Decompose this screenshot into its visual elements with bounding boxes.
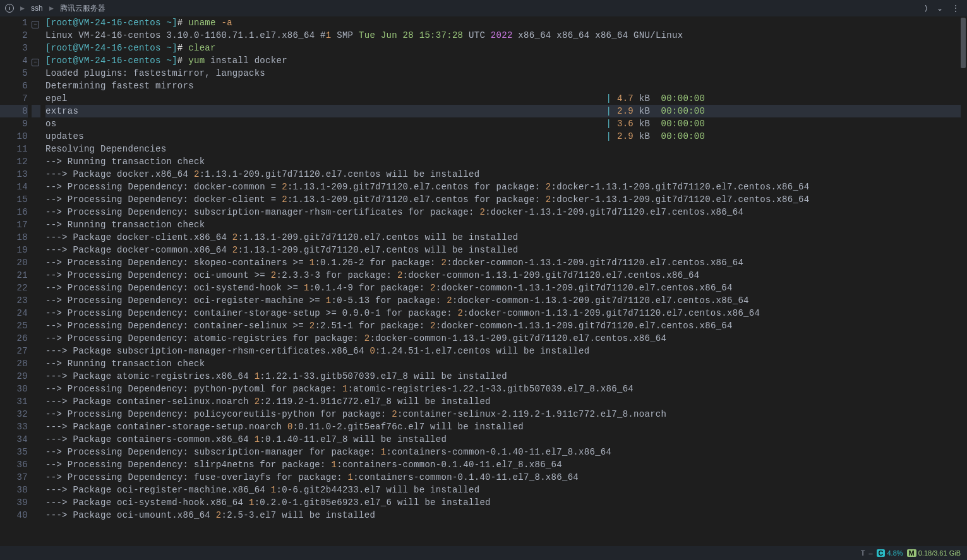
fold-cell (32, 307, 40, 319)
fold-cell (32, 218, 40, 231)
terminal-line: ---> Package docker-common.x86_64 2:1.13… (45, 244, 961, 256)
fold-cell (32, 357, 40, 370)
mem-badge-icon: M (907, 549, 916, 557)
fold-cell (32, 117, 40, 130)
minimap-handle[interactable] (961, 18, 966, 68)
line-number: 31 (0, 395, 28, 408)
fold-cell (32, 408, 40, 420)
terminal-line: ---> Package container-selinux.noarch 2:… (45, 395, 961, 408)
line-number-gutter: 1234567891011121314151617181920212223242… (0, 16, 32, 546)
kebab-menu-icon[interactable]: ⋮ (949, 3, 962, 14)
fold-cell (32, 269, 40, 282)
fold-cell (32, 193, 40, 206)
fold-cell (32, 181, 40, 193)
fold-marker-icon[interactable]: − (32, 21, 39, 28)
line-number: 26 (0, 332, 28, 345)
terminal-line: --> Running transaction check (45, 155, 961, 168)
terminal-line: ---> Package docker-client.x86_64 2:1.13… (45, 231, 961, 244)
terminal-line: --> Processing Dependency: subscription-… (45, 446, 961, 458)
line-number: 38 (0, 484, 28, 496)
terminal-line: Loaded plugins: fastestmirror, langpacks (45, 67, 961, 80)
fold-cell (32, 395, 40, 408)
line-number: 16 (0, 206, 28, 218)
fold-cell (32, 319, 40, 332)
fold-cell (32, 206, 40, 218)
line-number: 7 (0, 92, 28, 105)
fold-cell (32, 105, 40, 117)
line-number: 28 (0, 357, 28, 370)
line-number: 21 (0, 269, 28, 282)
terminal-line: updates | 2.9 kB 00:00:00 (45, 130, 961, 143)
line-number: 30 (0, 383, 28, 395)
terminal-line: --> Processing Dependency: python-pytoml… (45, 383, 961, 395)
line-number: 6 (0, 80, 28, 92)
line-number: 8 (0, 105, 28, 117)
terminal-line: Resolving Dependencies (45, 143, 961, 155)
top-bar: i ▶ ssh ▶ 腾讯云服务器 ⟩ ⌄ ⋮ (0, 0, 967, 16)
fold-cell (32, 143, 40, 155)
chevron-down-icon[interactable]: ⌄ (934, 3, 946, 14)
fold-cell (32, 383, 40, 395)
terminal-line: --> Processing Dependency: policycoreuti… (45, 408, 961, 420)
fold-cell (32, 370, 40, 383)
terminal-line: --> Processing Dependency: slirp4netns f… (45, 458, 961, 471)
fold-cell (32, 168, 40, 181)
terminal-line: ---> Package docker.x86_64 2:1.13.1-209.… (45, 168, 961, 181)
terminal-indicator[interactable]: T (861, 549, 865, 557)
terminal-line: os | 3.6 kB 00:00:00 (45, 117, 961, 130)
line-number: 19 (0, 244, 28, 256)
line-number: 1 (0, 16, 28, 29)
breadcrumb-ssh[interactable]: ssh (31, 4, 43, 13)
terminal-line: ---> Package oci-systemd-hook.x86_64 1:0… (45, 496, 961, 509)
fold-cell (32, 155, 40, 168)
minimap-scrollbar[interactable] (961, 16, 967, 546)
line-number: 34 (0, 433, 28, 446)
fold-cell (32, 509, 40, 521)
terminal-line: ---> Package subscription-manager-rhsm-c… (45, 345, 961, 357)
line-number: 36 (0, 458, 28, 471)
line-number: 3 (0, 42, 28, 54)
fold-cell (32, 458, 40, 471)
fold-cell (32, 231, 40, 244)
terminal-line: --> Processing Dependency: skopeo-contai… (45, 256, 961, 269)
status-separator: – (868, 549, 872, 557)
line-number: 24 (0, 307, 28, 319)
terminal-line: --> Processing Dependency: docker-client… (45, 193, 961, 206)
terminal-editor[interactable]: 1234567891011121314151617181920212223242… (0, 16, 967, 546)
dropdown-chevron-icon[interactable]: ⟩ (922, 3, 930, 14)
line-number: 39 (0, 496, 28, 509)
terminal-line: ---> Package containers-common.x86_64 1:… (45, 433, 961, 446)
terminal-line: epel | 4.7 kB 00:00:00 (45, 92, 961, 105)
line-number: 17 (0, 218, 28, 231)
terminal-content[interactable]: [root@VM-24-16-centos ~]# uname -aLinux … (40, 16, 961, 546)
line-number: 33 (0, 420, 28, 433)
terminal-line: --> Processing Dependency: oci-systemd-h… (45, 282, 961, 294)
terminal-line: ---> Package container-storage-setup.noa… (45, 420, 961, 433)
line-number: 2 (0, 29, 28, 42)
fold-marker-icon[interactable]: − (32, 59, 39, 66)
terminal-line: Linux VM-24-16-centos 3.10.0-1160.71.1.e… (45, 29, 961, 42)
fold-cell (32, 29, 40, 42)
memory-usage: M 0.18/3.61 GiB (907, 549, 961, 557)
fold-cell (32, 433, 40, 446)
line-number: 32 (0, 408, 28, 420)
breadcrumb-host[interactable]: 腾讯云服务器 (60, 3, 105, 14)
terminal-line: --> Processing Dependency: atomic-regist… (45, 332, 961, 345)
fold-cell (32, 420, 40, 433)
status-bar: T – C 4.8% M 0.18/3.61 GiB (0, 546, 967, 560)
terminal-line: ---> Package oci-umount.x86_64 2:2.5-3.e… (45, 509, 961, 521)
line-number: 22 (0, 282, 28, 294)
line-number: 10 (0, 130, 28, 143)
cpu-badge-icon: C (877, 549, 886, 557)
info-icon[interactable]: i (5, 4, 14, 13)
fold-cell (32, 244, 40, 256)
terminal-line: --> Processing Dependency: container-sel… (45, 319, 961, 332)
terminal-line: [root@VM-24-16-centos ~]# uname -a (45, 16, 961, 29)
fold-cell (32, 80, 40, 92)
line-number: 13 (0, 168, 28, 181)
line-number: 37 (0, 471, 28, 484)
fold-cell: − (32, 54, 40, 67)
fold-cell (32, 42, 40, 54)
terminal-line: --> Processing Dependency: oci-register-… (45, 294, 961, 307)
line-number: 25 (0, 319, 28, 332)
